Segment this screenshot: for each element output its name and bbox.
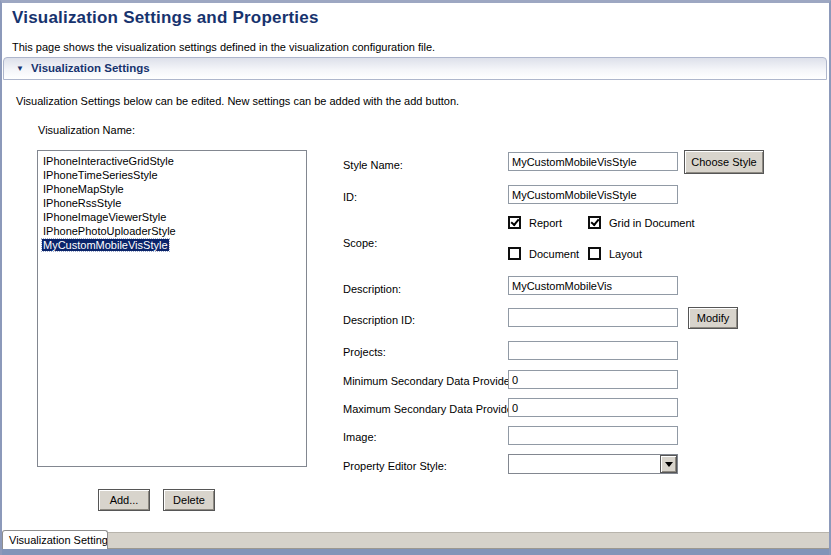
projects-label: Projects: [343, 346, 386, 358]
grid-in-document-checkbox[interactable] [588, 216, 601, 229]
visualization-name-label: Visualization Name: [38, 124, 135, 136]
add-button[interactable]: Add... [98, 489, 150, 511]
bottom-tab-strip [2, 532, 829, 549]
page-title: Visualization Settings and Properties [12, 8, 319, 28]
section-title: Visualization Settings [31, 62, 150, 74]
list-item[interactable]: MyCustomMobileVisStyle [42, 238, 306, 252]
section-description: Visualization Settings below can be edit… [16, 95, 459, 107]
style-name-input[interactable] [508, 152, 678, 171]
projects-input[interactable] [508, 341, 678, 360]
visualization-settings-page: Visualization Settings and Properties Th… [0, 0, 831, 555]
choose-style-button[interactable]: Choose Style [684, 150, 764, 174]
report-checkbox[interactable] [508, 216, 521, 229]
list-item[interactable]: IPhoneImageViewerStyle [42, 210, 306, 224]
delete-button[interactable]: Delete [163, 489, 215, 511]
list-item[interactable]: IPhoneMapStyle [42, 182, 306, 196]
description-id-input[interactable] [508, 308, 678, 327]
max-secondary-label: Maximum Secondary Data Providers: [343, 403, 525, 415]
list-item[interactable]: IPhonePhotoUploaderStyle [42, 224, 306, 238]
property-editor-style-label: Property Editor Style: [343, 460, 447, 472]
grid-in-document-checkbox-label: Grid in Document [609, 217, 695, 229]
list-item[interactable]: IPhoneInteractiveGridStyle [42, 154, 306, 168]
image-label: Image: [343, 431, 377, 443]
section-header-visualization-settings[interactable]: ▼ Visualization Settings [3, 57, 827, 80]
report-checkbox-label: Report [529, 217, 562, 229]
description-label: Description: [343, 283, 401, 295]
document-checkbox-label: Document [529, 248, 579, 260]
id-label: ID: [343, 191, 357, 203]
list-item[interactable]: IPhoneTimeSeriesStyle [42, 168, 306, 182]
dropdown-arrow-button[interactable] [660, 455, 677, 473]
description-input[interactable] [508, 276, 678, 295]
description-id-label: Description ID: [343, 314, 415, 326]
image-input[interactable] [508, 426, 678, 445]
list-item[interactable]: IPhoneRssStyle [42, 196, 306, 210]
max-secondary-input[interactable] [508, 398, 678, 417]
page-description: This page shows the visualization settin… [12, 41, 435, 53]
scope-label: Scope: [343, 237, 377, 249]
tab-visualization-settings[interactable]: Visualization Settings [2, 530, 108, 550]
collapse-arrow-icon[interactable]: ▼ [16, 64, 24, 73]
layout-checkbox-label: Layout [609, 248, 642, 260]
window-bottom-edge [2, 549, 829, 555]
document-checkbox[interactable] [508, 247, 521, 260]
min-secondary-input[interactable] [508, 370, 678, 389]
layout-checkbox[interactable] [588, 247, 601, 260]
style-name-label: Style Name: [343, 159, 403, 171]
property-editor-style-dropdown[interactable] [508, 454, 678, 474]
modify-button[interactable]: Modify [688, 307, 738, 329]
id-input[interactable] [508, 185, 678, 204]
visualization-name-listbox[interactable]: IPhoneInteractiveGridStyle IPhoneTimeSer… [37, 150, 307, 467]
min-secondary-label: Minimum Secondary Data Providers: [343, 375, 522, 387]
chevron-down-icon [665, 462, 673, 467]
